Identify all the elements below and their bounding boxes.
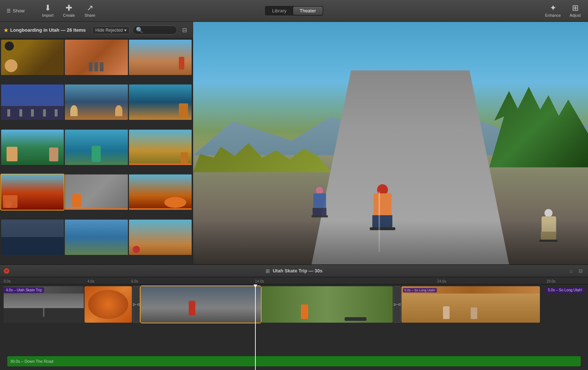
adjust-icon: ⊞ bbox=[572, 4, 579, 12]
show-label: Show bbox=[13, 8, 25, 13]
home-icon[interactable]: ⌂ bbox=[568, 267, 574, 275]
show-button[interactable]: ☰ Show bbox=[4, 7, 28, 15]
clip-5-label: 5.0s – So Long Utah! bbox=[403, 288, 437, 292]
list-item[interactable] bbox=[129, 84, 192, 120]
timeline-header: ✕ ⊞ Utah Skate Trip — 30s ⌂ ⊟ bbox=[0, 265, 588, 277]
toolbar-left: ☰ Show bbox=[4, 7, 28, 15]
preview-panel bbox=[193, 22, 588, 264]
timeline-tracks: 4.0s – Utah Skate Trip 5.0s – So Long Ut… bbox=[0, 284, 588, 370]
timeline-grid-icon: ⊞ bbox=[266, 268, 270, 274]
ruler-mark-1: 4.0s bbox=[87, 279, 94, 283]
clip-label-solong: 5.0s – So Long Utah! bbox=[546, 287, 584, 293]
timeline-close-button[interactable]: ✕ bbox=[4, 268, 9, 274]
list-item[interactable] bbox=[65, 220, 128, 255]
clip-4[interactable] bbox=[262, 286, 393, 323]
enhance-button[interactable]: ✦ Enhance bbox=[541, 3, 564, 19]
filter-label: Hide Rejected bbox=[95, 28, 123, 33]
timeline-section: ✕ ⊞ Utah Skate Trip — 30s ⌂ ⊟ 0.0s 4.0s … bbox=[0, 264, 588, 370]
filter-chevron-icon: ▾ bbox=[124, 28, 126, 33]
audio-bar[interactable]: 30.0s – Down The Road bbox=[7, 356, 581, 366]
list-item[interactable] bbox=[1, 84, 64, 120]
audio-bar-label: 30.0s – Down The Road bbox=[10, 359, 53, 363]
ruler-mark-3: 14.0s bbox=[255, 279, 264, 283]
playhead[interactable] bbox=[255, 284, 256, 370]
list-item[interactable] bbox=[65, 174, 128, 210]
share-label: Share bbox=[85, 13, 95, 17]
timeline-controls: ⌂ ⊟ bbox=[568, 267, 584, 275]
list-item[interactable] bbox=[129, 220, 192, 255]
list-item[interactable] bbox=[1, 130, 64, 165]
thumbnail-grid bbox=[0, 39, 193, 264]
timeline-title: Utah Skate Trip — 30s bbox=[273, 268, 323, 273]
timeline-view-icon[interactable]: ⊟ bbox=[577, 267, 584, 275]
list-item[interactable] bbox=[65, 130, 128, 165]
sidebar-toggle-icon: ☰ bbox=[7, 8, 11, 13]
transition-marker-1[interactable]: ⊳⊲ bbox=[133, 286, 140, 323]
audio-track: 30.0s – Down The Road bbox=[4, 356, 584, 368]
list-item[interactable] bbox=[1, 40, 64, 75]
star-icon: ★ bbox=[4, 27, 8, 33]
adjust-label: Adjust bbox=[569, 13, 581, 17]
import-icon: ⬇ bbox=[44, 4, 51, 12]
preview-area bbox=[193, 22, 588, 264]
import-label: Import bbox=[42, 13, 54, 17]
search-input[interactable] bbox=[145, 28, 174, 33]
enhance-icon: ✦ bbox=[550, 4, 556, 12]
create-icon: ✚ bbox=[66, 4, 72, 12]
list-item[interactable] bbox=[129, 174, 192, 210]
clip-label-utah: 4.0s – Utah Skate Trip bbox=[4, 287, 44, 293]
search-box[interactable]: 🔍 bbox=[133, 25, 177, 35]
ruler-mark-2: 6.0s bbox=[131, 279, 138, 283]
tab-library[interactable]: Library bbox=[266, 7, 293, 15]
media-album-name: Longboarding in Utah — 26 Items bbox=[10, 27, 86, 33]
toolbar-right: ✦ Enhance ⊞ Adjust bbox=[541, 3, 584, 19]
ruler-mark-4: 24.0s bbox=[437, 279, 446, 283]
list-item[interactable] bbox=[65, 40, 128, 75]
search-icon: 🔍 bbox=[136, 27, 143, 34]
list-item[interactable] bbox=[129, 130, 192, 165]
share-icon: ↗ bbox=[87, 4, 93, 12]
list-item[interactable] bbox=[1, 174, 64, 210]
enhance-label: Enhance bbox=[545, 13, 561, 17]
list-item[interactable] bbox=[65, 84, 128, 120]
clip-3[interactable]: 10.0s – Skateboard bbox=[141, 286, 261, 323]
ruler-mark-5: 29.0s bbox=[546, 279, 555, 283]
create-label: Create bbox=[63, 13, 75, 17]
media-panel: ★ Longboarding in Utah — 26 Items Hide R… bbox=[0, 22, 193, 264]
adjust-button[interactable]: ⊞ Adjust bbox=[566, 3, 584, 19]
media-title: ★ Longboarding in Utah — 26 Items bbox=[4, 27, 86, 33]
create-button[interactable]: ✚ Create bbox=[59, 3, 79, 19]
clip-5[interactable]: 5.0s – So Long Utah! bbox=[401, 286, 540, 323]
clip-2[interactable] bbox=[85, 286, 132, 323]
main-area: ★ Longboarding in Utah — 26 Items Hide R… bbox=[0, 22, 588, 264]
transition-marker-2[interactable]: ⊳⊲ bbox=[393, 286, 401, 323]
main-toolbar: ☰ Show ⬇ Import ✚ Create ↗ Share Library… bbox=[0, 0, 588, 22]
track-main: 4.0s – Utah Skate Trip ⊳⊲ bbox=[0, 284, 588, 332]
ruler-mark-0: 0.0s bbox=[4, 279, 11, 283]
preview-scene bbox=[193, 22, 588, 264]
import-button[interactable]: ⬇ Import bbox=[39, 3, 57, 19]
tab-switcher: Library Theater bbox=[264, 5, 324, 16]
grid-toggle-button[interactable]: ⊟ bbox=[180, 26, 189, 34]
clip-title-1: 4.0s – Utah Skate Trip bbox=[4, 286, 44, 293]
share-button[interactable]: ↗ Share bbox=[81, 3, 99, 19]
clip-title-last: 5.0s – So Long Utah! bbox=[546, 286, 584, 293]
preview-shadow bbox=[193, 221, 588, 264]
timeline-ruler: 0.0s 4.0s 6.0s 14.0s 24.0s 29.0s bbox=[0, 277, 588, 284]
list-item[interactable] bbox=[1, 220, 64, 255]
media-toolbar: ★ Longboarding in Utah — 26 Items Hide R… bbox=[0, 22, 193, 39]
list-item[interactable] bbox=[129, 40, 192, 75]
skater-left bbox=[310, 187, 329, 216]
filter-button[interactable]: Hide Rejected ▾ bbox=[92, 26, 130, 34]
tab-theater[interactable]: Theater bbox=[293, 7, 322, 15]
